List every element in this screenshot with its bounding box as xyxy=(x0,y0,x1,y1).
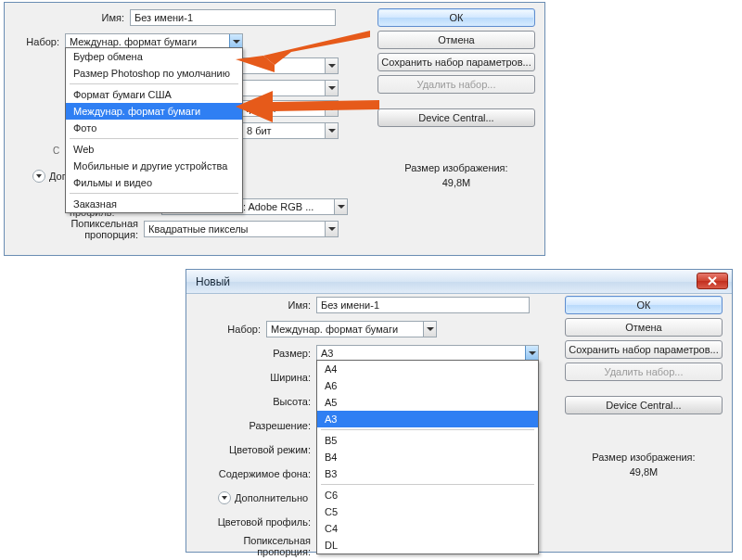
preset-option[interactable]: Размер Photoshop по умолчанию xyxy=(66,65,242,82)
annotation-arrow xyxy=(236,26,375,72)
preset-option[interactable]: Web xyxy=(66,141,242,158)
profile-label: Цветовой профиль: xyxy=(196,516,316,528)
ok-button[interactable]: ОК xyxy=(377,8,535,27)
size-option[interactable]: B4 xyxy=(317,449,538,465)
chevron-down-icon xyxy=(423,322,436,337)
dialog-new: Новый Имя: Без имени-1 Набор: Междунар. … xyxy=(186,269,733,553)
res-label: Разрешение: xyxy=(196,420,316,431)
size-option[interactable]: A4 xyxy=(317,361,538,377)
image-size-value: 49,8M xyxy=(565,466,723,477)
preset-option[interactable]: Мобильные и другие устройства xyxy=(66,158,242,174)
svg-marker-0 xyxy=(263,31,370,65)
name-input[interactable]: Без имени-1 xyxy=(316,297,530,313)
window-title: Новый xyxy=(192,275,230,288)
preset-select[interactable]: Междунар. формат бумаги xyxy=(266,321,437,337)
chevron-down-icon xyxy=(334,199,347,214)
preset-dropdown-list[interactable]: Буфер обменаРазмер Photoshop по умолчани… xyxy=(65,47,243,213)
preset-select-value: Междунар. формат бумаги xyxy=(70,36,197,47)
save-preset-button[interactable]: Сохранить набор параметров... xyxy=(565,340,723,359)
save-preset-button[interactable]: Сохранить набор параметров... xyxy=(377,53,535,71)
titlebar: Новый xyxy=(186,270,732,294)
cancel-button[interactable]: Отмена xyxy=(565,318,723,337)
size-option[interactable]: A6 xyxy=(317,377,538,394)
size-option[interactable]: DL xyxy=(317,537,538,554)
preset-label: Набор: xyxy=(14,36,65,47)
delete-preset-button: Удалить набор... xyxy=(565,363,723,381)
preset-option[interactable]: Заказная xyxy=(66,196,242,212)
preset-option[interactable]: Междунар. формат бумаги xyxy=(66,103,242,120)
size-option[interactable]: C5 xyxy=(317,503,538,520)
ok-button[interactable]: ОК xyxy=(565,296,723,314)
annotation-arrow xyxy=(236,91,384,122)
size-option[interactable]: B3 xyxy=(317,465,538,482)
chevron-down-icon xyxy=(218,491,231,504)
chevron-down-icon xyxy=(325,123,338,138)
preset-option[interactable]: Формат бумаги США xyxy=(66,86,242,103)
preset-label: Набор: xyxy=(196,324,266,335)
image-size-label: Размер изображения: xyxy=(377,162,535,173)
name-input[interactable]: Без имени-1 xyxy=(130,9,336,26)
size-option[interactable]: B5 xyxy=(317,432,538,449)
image-size-value: 49,8M xyxy=(377,177,535,188)
device-central-button[interactable]: Device Central... xyxy=(565,396,723,414)
bg-label-stub: С xyxy=(53,146,59,156)
size-option[interactable]: A3 xyxy=(317,411,538,427)
name-label: Имя: xyxy=(14,12,130,23)
preset-option[interactable]: Фильмы и видео xyxy=(66,174,242,191)
bits-select[interactable]: 8 бит xyxy=(242,122,339,139)
close-icon xyxy=(708,276,717,286)
size-option[interactable]: C4 xyxy=(317,520,538,537)
image-size-label: Размер изображения: xyxy=(565,452,723,463)
svg-marker-2 xyxy=(236,91,379,122)
bg-label: Содержимое фона: xyxy=(196,468,316,479)
cancel-button[interactable]: Отмена xyxy=(377,31,535,49)
close-button[interactable] xyxy=(697,273,728,289)
device-central-button[interactable]: Device Central... xyxy=(377,108,535,127)
width-label: Ширина: xyxy=(196,372,316,383)
preset-option[interactable]: Фото xyxy=(66,120,242,136)
pixel-ratio-label: Попиксельная пропорция: xyxy=(21,218,144,240)
pixel-label: Попиксельная пропорция: xyxy=(196,535,316,557)
size-option[interactable]: C6 xyxy=(317,487,538,503)
preset-option[interactable]: Буфер обмена xyxy=(66,48,242,65)
advanced-toggle[interactable]: Доп xyxy=(32,170,68,183)
name-label: Имя: xyxy=(196,299,316,311)
chevron-down-icon xyxy=(525,346,538,361)
delete-preset-button: Удалить набор... xyxy=(377,75,535,94)
pixel-ratio-select[interactable]: Квадратные пикселы xyxy=(144,221,339,237)
size-dropdown-list[interactable]: A4A6A5A3B5B4B3C6C5C4DL xyxy=(316,360,539,554)
mode-label: Цветовой режим: xyxy=(196,444,316,455)
chevron-down-icon xyxy=(32,170,45,183)
chevron-down-icon xyxy=(325,222,338,236)
height-label: Высота: xyxy=(196,396,316,407)
size-label: Размер: xyxy=(196,348,316,359)
size-option[interactable]: A5 xyxy=(317,394,538,411)
